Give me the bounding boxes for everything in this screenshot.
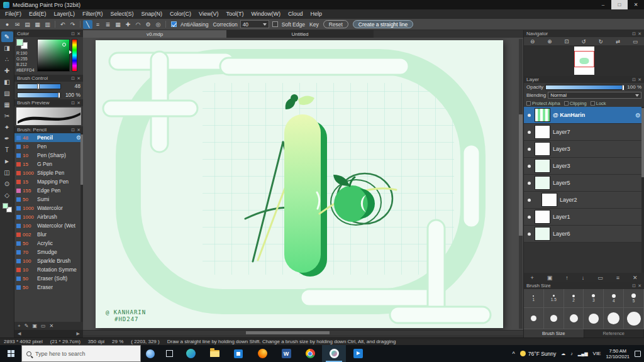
brush-size-preset[interactable]: [624, 308, 644, 329]
delete-brush-icon[interactable]: ✕: [50, 323, 54, 329]
swatch-pair[interactable]: [16, 39, 29, 50]
curve-icon[interactable]: ◠: [133, 20, 143, 29]
brush-tip-icon[interactable]: ●: [3, 20, 12, 29]
lasso-tool[interactable]: ✂: [1, 111, 13, 121]
popout-icon[interactable]: ⊡: [71, 128, 75, 133]
close-icon[interactable]: ✕: [77, 31, 80, 36]
pager-right-icon[interactable]: ▶: [77, 331, 80, 336]
clipping-option[interactable]: Clipping: [564, 101, 587, 106]
brush-item[interactable]: 100Watercolor (Wet: [14, 221, 83, 230]
stamp-icon[interactable]: ▥: [43, 20, 52, 29]
popout-icon[interactable]: ⊡: [71, 31, 75, 36]
brush-size-preset[interactable]: 3: [584, 289, 604, 307]
divide-tool[interactable]: ◫: [1, 167, 13, 178]
brush-size-preset[interactable]: [524, 308, 544, 329]
taskbar-app-word[interactable]: W: [274, 345, 298, 362]
brush-item[interactable]: 48Pencil⚙: [14, 133, 83, 142]
brush-item[interactable]: 1000Watercolor: [14, 204, 83, 212]
menu-layer[interactable]: Layer(L): [50, 9, 79, 19]
brush-item[interactable]: 50Sumi: [14, 195, 83, 204]
brush-item[interactable]: 50Acrylic: [14, 239, 83, 248]
layer-list-scrollbar[interactable]: [641, 107, 644, 273]
canvas-horizontal-scrollbar[interactable]: [83, 330, 523, 335]
brush-opacity-slider[interactable]: [17, 92, 61, 98]
panel-icon[interactable]: ▤: [23, 20, 32, 29]
brush-item[interactable]: 15Mapping Pen: [14, 177, 83, 186]
layer-visibility-icon[interactable]: [525, 233, 533, 236]
material-icon[interactable]: ▦: [33, 20, 42, 29]
snap-settings-icon[interactable]: ⚙: [143, 20, 153, 29]
text-tool[interactable]: T: [1, 145, 13, 155]
taskbar-app-medibang[interactable]: [322, 345, 346, 362]
rotate-cw-icon[interactable]: ↻: [599, 38, 603, 45]
brush-tool[interactable]: ✎: [1, 31, 13, 42]
close-icon[interactable]: ✕: [638, 283, 641, 288]
clipping-checkbox[interactable]: [564, 101, 569, 106]
onedrive-icon[interactable]: ☁: [561, 351, 565, 356]
edit-brush-icon[interactable]: ✎: [25, 323, 29, 329]
blending-dropdown[interactable]: Normal: [548, 92, 641, 99]
taskbar-search[interactable]: Type here to search: [21, 345, 141, 362]
canvas-page[interactable]: @ KANHARIN #HD247: [96, 40, 503, 328]
pager-left-icon[interactable]: ◀: [18, 331, 21, 336]
brush-size-preset[interactable]: [564, 308, 584, 329]
brush-size-preset[interactable]: 1: [524, 289, 544, 307]
layer-visibility-icon[interactable]: [525, 165, 533, 168]
navigator-thumbnail[interactable]: [524, 45, 644, 76]
brush-size-slider[interactable]: [17, 84, 61, 89]
lock-checkbox[interactable]: [591, 101, 595, 106]
brush-size-preset[interactable]: 1.5: [544, 289, 564, 307]
layer-visibility-icon[interactable]: [525, 182, 533, 185]
duplicate-brush-icon[interactable]: ▣: [32, 323, 37, 329]
menu-filter[interactable]: Filter(R): [79, 9, 107, 19]
menu-select[interactable]: Select(S): [107, 9, 138, 19]
brush-size-preset[interactable]: 2: [564, 289, 584, 307]
color-swatches[interactable]: [3, 203, 12, 212]
taskbar-clock[interactable]: 7:50 AM 12/10/2021: [606, 348, 630, 359]
hand-tool[interactable]: ◇: [1, 190, 13, 200]
eraser-tool[interactable]: ◨: [1, 43, 13, 53]
menu-color[interactable]: Color(C): [166, 9, 195, 19]
crosshatch-icon[interactable]: ▦: [113, 20, 123, 29]
close-icon[interactable]: ✕: [638, 31, 641, 36]
protect-alpha-checkbox[interactable]: [526, 101, 531, 106]
close-button[interactable]: ✕: [628, 0, 644, 9]
taskbar-app-firefox[interactable]: [250, 345, 274, 362]
soft-edge-checkbox[interactable]: [272, 21, 278, 27]
brush-item[interactable]: 10Pen: [14, 142, 83, 151]
brush-size-preset[interactable]: [584, 308, 604, 329]
add-folder-icon[interactable]: ▭: [597, 275, 603, 281]
cortana-button[interactable]: [141, 345, 160, 362]
popout-icon[interactable]: ⊡: [71, 101, 75, 106]
brush-item[interactable]: 1000Stipple Pen: [14, 168, 83, 177]
brush-item[interactable]: 002Blur: [14, 230, 83, 239]
close-icon[interactable]: ✕: [77, 128, 80, 133]
message-icon[interactable]: ✉: [13, 20, 22, 29]
menu-edit[interactable]: Edit(E): [25, 9, 50, 19]
taskbar-app-store[interactable]: [226, 345, 250, 362]
brush-size-preset[interactable]: [544, 308, 564, 329]
popout-icon[interactable]: ⊡: [632, 283, 636, 288]
brush-size-preset[interactable]: 5: [624, 289, 644, 307]
popout-icon[interactable]: ⊡: [632, 77, 636, 82]
brush-folder-icon[interactable]: ▭: [41, 323, 46, 329]
layer-row[interactable]: Layer6: [524, 226, 644, 243]
canvas-vertical-scrollbar[interactable]: [519, 39, 523, 329]
menu-window[interactable]: Window(W): [247, 9, 284, 19]
menu-view[interactable]: View(V): [195, 9, 222, 19]
slider-knob[interactable]: [58, 92, 60, 98]
eyedropper-tool[interactable]: ⊙: [1, 178, 13, 189]
menu-help[interactable]: Help: [306, 9, 326, 19]
brush-item[interactable]: 155Edge Pen: [14, 186, 83, 195]
layer-row[interactable]: Layer3: [524, 141, 644, 158]
taskbar-app-file-explorer[interactable]: [203, 345, 226, 362]
parallel-lines-icon[interactable]: ≡: [93, 20, 103, 29]
magic-wand-tool[interactable]: ✦: [1, 122, 13, 133]
taskbar-app-edge[interactable]: [179, 345, 203, 362]
close-icon[interactable]: ✕: [77, 76, 80, 81]
reset-rotation-icon[interactable]: ⇄: [616, 38, 620, 45]
layer-visibility-icon[interactable]: [525, 199, 533, 202]
task-view-button[interactable]: [160, 345, 179, 362]
layer-down-icon[interactable]: ↓: [582, 275, 585, 281]
tab-brush-size[interactable]: Brush Size: [524, 329, 584, 337]
